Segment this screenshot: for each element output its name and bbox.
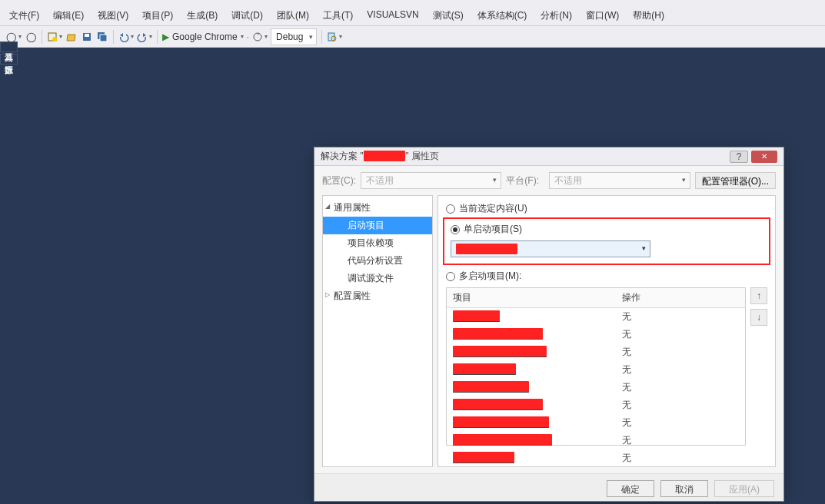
tree-project-deps[interactable]: 项目依赖项 (323, 234, 432, 252)
properties-dialog: 解决方案 "Project16" 属性页 ? ✕ 配置(C): 不适用 平台(F… (314, 147, 784, 502)
grid-cell-project: Project16.Application (447, 398, 616, 413)
cancel-button[interactable]: 取消 (660, 480, 708, 497)
property-content: 当前选定内容(U) 单启动项目(S) Project16.Mvc 多启动项目(M… (437, 195, 776, 467)
refresh-icon (252, 32, 263, 42)
property-tree[interactable]: 通用属性 启动项目 项目依赖项 代码分析设置 调试源文件 配置属性 (322, 195, 433, 467)
grid-cell-action: 无 (616, 310, 745, 324)
grid-cell-action: 无 (616, 327, 745, 342)
grid-cell-project: Project16.DataAccess (447, 345, 616, 360)
save-button[interactable] (81, 31, 93, 43)
grid-row[interactable]: Project16.DataAccess无 (447, 343, 745, 361)
move-up-button[interactable]: ↑ (750, 287, 767, 304)
svg-rect-3 (85, 34, 89, 37)
redacted-project-name: Project16.Mvc (456, 244, 517, 254)
start-target-label: Google Chrome (172, 32, 238, 42)
browser-select-button[interactable]: ▾ (252, 32, 268, 42)
menu-arch[interactable]: 体系结构(C) (471, 8, 534, 24)
redo-icon (137, 32, 148, 42)
menu-visualsvn[interactable]: VISUALSVN (361, 8, 424, 24)
option-current-selection[interactable]: 当前选定内容(U) (446, 202, 767, 215)
start-debug-button[interactable]: ▶ Google Chrome ▾ (162, 32, 244, 42)
single-startup-combo[interactable]: Project16.Mvc (451, 240, 650, 257)
radio-icon (451, 225, 460, 234)
menu-analyze[interactable]: 分析(N) (534, 8, 578, 24)
grid-cell-action: 无 (616, 451, 745, 466)
platform-label: 平台(F): (506, 174, 544, 187)
tree-debug-source[interactable]: 调试源文件 (323, 270, 432, 287)
svg-point-1 (52, 37, 57, 41)
nav-forward-button[interactable]: ◯ (25, 31, 37, 43)
grid-row[interactable]: Project16.XXX无 (447, 361, 745, 379)
undo-button[interactable]: ▾ (118, 32, 134, 42)
menu-project[interactable]: 项目(P) (136, 8, 179, 24)
menu-edit[interactable]: 编辑(E) (47, 8, 90, 24)
menu-team[interactable]: 团队(M) (271, 8, 315, 24)
tree-startup-project[interactable]: 启动项目 (323, 217, 432, 234)
dialog-help-button[interactable]: ? (730, 151, 748, 163)
grid-row[interactable]: Project16.Domain无 (447, 379, 745, 396)
grid-row[interactable]: Project16.IDataAccess无 (447, 414, 745, 432)
grid-row[interactable]: DBService无 (447, 308, 745, 326)
option-single-startup[interactable]: 单启动项目(S) (451, 223, 763, 236)
ok-button[interactable]: 确定 (607, 480, 654, 497)
grid-cell-project: Project16.XXX (447, 363, 616, 377)
radio-icon (446, 204, 455, 214)
radio-icon (446, 272, 455, 281)
menu-debug[interactable]: 调试(D) (225, 8, 269, 24)
config-value: Debug (276, 32, 303, 42)
grid-row[interactable]: Project16.Application无 (447, 396, 745, 414)
tree-common-properties[interactable]: 通用属性 (323, 199, 432, 217)
grid-cell-project: Project16.IDataAccess (447, 416, 616, 430)
option-multi-startup[interactable]: 多启动项目(M): (446, 270, 767, 283)
grid-cell-action: 无 (616, 416, 745, 430)
open-file-button[interactable] (65, 31, 78, 43)
highlight-annotation: 单启动项目(S) Project16.Mvc (443, 217, 770, 265)
menu-view[interactable]: 视图(V) (91, 8, 135, 24)
tree-config-properties[interactable]: 配置属性 (323, 287, 432, 305)
grid-cell-project: Project16.Domain (447, 380, 616, 395)
find-icon (327, 32, 338, 42)
config-label: 配置(C): (322, 174, 356, 187)
menu-help[interactable]: 帮助(H) (627, 8, 670, 24)
menu-tools[interactable]: 工具(T) (317, 8, 359, 24)
grid-header-action[interactable]: 操作 (616, 288, 745, 307)
grid-cell-action: 无 (616, 363, 745, 377)
menu-build[interactable]: 生成(B) (181, 8, 224, 24)
tree-code-analysis[interactable]: 代码分析设置 (323, 252, 432, 270)
save-all-button[interactable] (96, 31, 108, 43)
move-down-button[interactable]: ↓ (750, 309, 767, 326)
sidetab-toolbox[interactable]: 工具箱 (0, 41, 18, 52)
dialog-titlebar[interactable]: 解决方案 "Project16" 属性页 ? ✕ (314, 148, 783, 166)
grid-cell-action: 无 (616, 433, 745, 448)
window-title (0, 0, 825, 6)
new-project-button[interactable]: ▾ (47, 32, 62, 42)
redo-button[interactable]: ▾ (137, 32, 152, 42)
grid-row[interactable]: Project16.Application无 (447, 326, 745, 343)
main-menu-bar: 文件(F) 编辑(E) 视图(V) 项目(P) 生成(B) 调试(D) 团队(M… (0, 6, 825, 26)
multi-startup-grid[interactable]: 项目 操作 DBService无Project16.Application无Pr… (446, 287, 746, 446)
menu-file[interactable]: 文件(F) (3, 8, 45, 24)
grid-row[interactable]: Project16.Mvc无 (447, 449, 745, 467)
main-toolbar: ◯▾ ◯ ▾ ▾ ▾ ▶ Google Chrome ▾ (0, 26, 825, 48)
grid-header-project[interactable]: 项目 (447, 288, 616, 307)
config-combo[interactable]: 不适用 (361, 172, 501, 189)
config-selector[interactable]: Debug (271, 28, 317, 45)
menu-window[interactable]: 窗口(W) (580, 8, 625, 24)
save-all-icon (97, 32, 108, 42)
new-project-icon (47, 32, 58, 42)
menu-test[interactable]: 测试(S) (427, 8, 470, 24)
open-icon (66, 32, 77, 42)
grid-row[interactable]: Project16.Infrastructure无 (447, 432, 745, 449)
play-icon: ▶ (162, 32, 169, 42)
config-manager-button[interactable]: 配置管理器(O)... (695, 172, 776, 189)
dialog-title: 解决方案 "Project16" 属性页 (321, 150, 727, 163)
grid-cell-project: DBService (447, 310, 616, 324)
find-in-files-button[interactable]: ▾ (327, 32, 342, 42)
apply-button[interactable]: 应用(A) (714, 480, 774, 497)
svg-rect-5 (100, 35, 107, 41)
sidetab-datasource[interactable]: 数据源 (0, 54, 18, 65)
dialog-close-button[interactable]: ✕ (751, 151, 777, 163)
save-icon (82, 32, 92, 42)
grid-cell-action: 无 (616, 345, 745, 360)
platform-combo[interactable]: 不适用 (549, 172, 690, 189)
